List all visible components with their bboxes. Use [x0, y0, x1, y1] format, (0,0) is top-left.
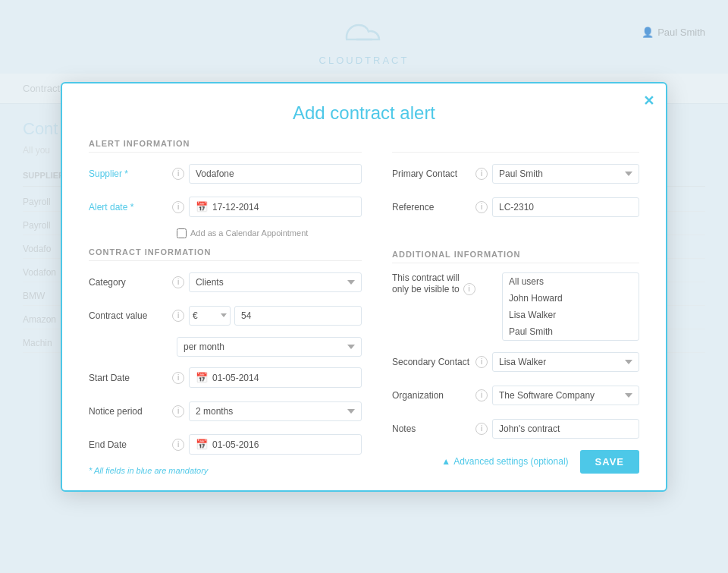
secondary-contact-row: Secondary Contact i Lisa Walker John How…	[392, 350, 639, 374]
contract-value-label: Contract value	[89, 310, 172, 321]
notice-period-info-icon[interactable]: i	[172, 405, 184, 417]
secondary-contact-label: Secondary Contact	[392, 357, 475, 367]
currency-select[interactable]: € $ £	[189, 306, 231, 326]
category-label: Category	[89, 277, 172, 288]
currency-value-wrap: € $ £	[189, 306, 362, 326]
category-row: Category i Clients Vendors Partners	[89, 270, 362, 294]
notice-period-select[interactable]: 1 month 2 months 3 months 6 months	[189, 401, 362, 421]
organization-row: Organization i The Software Company Othe…	[392, 383, 639, 408]
alert-info-section: ALERT INFORMATION	[89, 139, 362, 153]
close-button[interactable]: ✕	[643, 93, 654, 109]
reference-input[interactable]	[492, 197, 639, 217]
spacer	[392, 228, 639, 250]
reference-row: Reference i	[392, 195, 639, 219]
end-date-row: End Date i 📅 01-05-2016	[89, 433, 362, 457]
end-date-input[interactable]: 📅 01-05-2016	[189, 434, 362, 455]
visible-user-john-howard[interactable]: John Howard	[503, 290, 639, 307]
chevron-up-icon: ▲	[441, 456, 450, 467]
visible-user-all[interactable]: All users	[503, 273, 639, 290]
left-column: ALERT INFORMATION Supplier * i Alert dat…	[89, 139, 362, 475]
alert-date-row: Alert date * i 📅 17-12-2014	[89, 195, 362, 219]
alert-info-section-placeholder	[392, 139, 639, 153]
start-date-input[interactable]: 📅 01-05-2014	[189, 367, 362, 388]
organization-select[interactable]: The Software Company Other	[492, 386, 639, 405]
visible-label: This contract will	[392, 272, 460, 283]
form-columns: ALERT INFORMATION Supplier * i Alert dat…	[89, 139, 639, 475]
visible-users-list[interactable]: All users John Howard Lisa Walker Paul S…	[502, 272, 639, 341]
visible-user-paul-smith[interactable]: Paul Smith	[503, 323, 639, 340]
reference-label: Reference	[392, 202, 475, 213]
contract-value-row: Contract value i € $ £	[89, 304, 362, 328]
end-calendar-icon: 📅	[196, 439, 208, 450]
start-date-label: Start Date	[89, 373, 172, 383]
start-date-info-icon[interactable]: i	[172, 372, 184, 384]
visible-user-richard-adams[interactable]: Richard Adams	[503, 340, 639, 341]
organization-info-icon[interactable]: i	[475, 389, 488, 401]
contract-info-section: CONTRACT INFORMATION	[89, 247, 362, 261]
calendar-checkbox[interactable]	[177, 228, 187, 238]
mandatory-note: * All fields in blue are mandatory	[89, 466, 362, 475]
additional-info-section: ADDITIONAL INFORMATION	[392, 250, 639, 263]
notice-period-row: Notice period i 1 month 2 months 3 month…	[89, 399, 362, 423]
right-column: Primary Contact i Paul Smith John Howard…	[392, 139, 639, 475]
calendar-icon: 📅	[196, 201, 208, 213]
alert-date-input[interactable]: 📅 17-12-2014	[189, 197, 362, 217]
notes-row: Notes i	[392, 417, 639, 441]
primary-contact-label: Primary Contact	[392, 168, 475, 179]
amount-input[interactable]	[234, 306, 362, 326]
per-month-select[interactable]: per month per year one-time	[177, 337, 362, 357]
supplier-label: Supplier *	[89, 168, 172, 179]
notes-info-icon[interactable]: i	[475, 423, 488, 435]
end-date-label: End Date	[89, 439, 172, 450]
start-calendar-icon: 📅	[196, 372, 208, 383]
notes-label: Notes	[392, 423, 475, 434]
alert-date-label: Alert date *	[89, 202, 172, 213]
notice-period-label: Notice period	[89, 406, 172, 417]
supplier-input[interactable]	[189, 164, 362, 184]
modal-overlay: ✕ Add contract alert ALERT INFORMATION S…	[0, 0, 728, 573]
advanced-settings-link[interactable]: ▲ Advanced settings (optional)	[441, 456, 568, 467]
supplier-info-icon[interactable]: i	[172, 168, 184, 180]
end-date-info-icon[interactable]: i	[172, 439, 184, 451]
notes-input[interactable]	[492, 419, 639, 439]
visible-to-row: This contract will only be visible to i …	[392, 272, 639, 341]
primary-contact-row: Primary Contact i Paul Smith John Howard…	[392, 162, 639, 186]
secondary-contact-info-icon[interactable]: i	[475, 356, 488, 368]
visible-to-label-wrap: This contract will only be visible to i	[392, 272, 502, 295]
category-select[interactable]: Clients Vendors Partners	[189, 272, 362, 292]
primary-contact-select[interactable]: Paul Smith John Howard Lisa Walker	[492, 164, 639, 184]
add-contract-alert-modal: ✕ Add contract alert ALERT INFORMATION S…	[61, 82, 667, 492]
start-date-row: Start Date i 📅 01-05-2014	[89, 366, 362, 390]
per-month-row: per month per year one-time	[177, 337, 362, 357]
calendar-checkbox-row: Add as a Calendar Appointment	[177, 228, 362, 238]
modal-title: Add contract alert	[89, 102, 639, 124]
visible-to-info-icon[interactable]: i	[463, 283, 475, 295]
category-info-icon[interactable]: i	[172, 276, 184, 288]
visible-user-lisa-walker[interactable]: Lisa Walker	[503, 307, 639, 323]
primary-contact-info-icon[interactable]: i	[475, 168, 488, 180]
contract-value-info-icon[interactable]: i	[172, 310, 184, 322]
modal-footer: ▲ Advanced settings (optional) SAVE	[392, 450, 639, 474]
alert-date-info-icon[interactable]: i	[172, 201, 184, 213]
calendar-checkbox-label: Add as a Calendar Appointment	[190, 228, 308, 238]
organization-label: Organization	[392, 390, 475, 401]
visible-sublabel-wrap: only be visible to i	[392, 283, 480, 295]
reference-info-icon[interactable]: i	[475, 201, 488, 213]
secondary-contact-select[interactable]: Lisa Walker John Howard Paul Smith	[492, 352, 639, 372]
supplier-row: Supplier * i	[89, 162, 362, 186]
save-button[interactable]: SAVE	[580, 450, 639, 474]
